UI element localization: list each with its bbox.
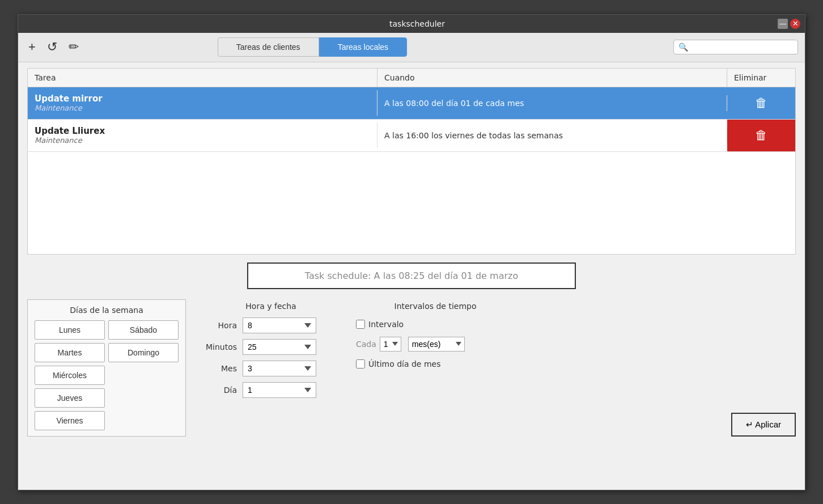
days-panel-title: Días de la semana <box>35 306 179 315</box>
ultimo-dia-checkbox-label[interactable]: Último día de mes <box>356 359 440 369</box>
task-category: Maintenance <box>35 104 370 112</box>
tab-group: Tareas de clientes Tareas locales <box>218 37 407 57</box>
hora-select[interactable]: 8 <box>243 317 316 333</box>
task-when: A las 16:00 los viernes de todas las sem… <box>384 131 563 140</box>
delete-button-row2[interactable]: 🗑 <box>727 120 795 151</box>
task-cell-name: Update mirror Maintenance <box>28 90 377 116</box>
task-table-body: Update mirror Maintenance A las 08:00 de… <box>28 87 795 254</box>
day-sabado[interactable]: Sábado <box>108 320 179 340</box>
task-table: Tarea Cuando Eliminar Update mirror Main… <box>27 68 796 255</box>
empty-area <box>28 152 795 254</box>
task-category: Maintenance <box>35 136 370 145</box>
hora-fecha-panel: Hora y fecha Hora 8 Minutos 25 Mes <box>197 299 345 406</box>
table-row[interactable]: Update Lliurex Maintenance A las 16:00 l… <box>28 120 795 152</box>
minutos-label: Minutos <box>197 342 237 351</box>
ultimo-dia-row: Último día de mes <box>356 359 515 369</box>
ultimo-dia-checkbox[interactable] <box>356 359 365 369</box>
window-title: taskscheduler <box>57 19 778 28</box>
search-box: 🔍 <box>673 40 798 54</box>
undo-button[interactable]: ↺ <box>44 39 61 56</box>
day-miercoles[interactable]: Miércoles <box>35 366 105 385</box>
minimize-button[interactable]: — <box>778 19 788 29</box>
hora-field-row: Hora 8 <box>197 317 345 333</box>
mes-label: Mes <box>197 364 237 373</box>
task-cell-delete: 🗑 <box>727 87 795 119</box>
toolbar: + ↺ ✏ Tareas de clientes Tareas locales … <box>18 33 805 62</box>
col-delete: Eliminar <box>727 69 795 87</box>
titlebar: taskscheduler — ✕ <box>18 15 805 33</box>
task-cell-when: A las 08:00 del día 01 de cada mes <box>377 95 727 111</box>
minutos-select[interactable]: 25 <box>243 339 316 355</box>
intervals-panel: Intervalos de tiempo Intervalo Cada 1 me… <box>356 299 515 379</box>
minutos-field-row: Minutos 25 <box>197 339 345 355</box>
trash-icon: 🗑 <box>755 129 767 142</box>
bottom-panel: Días de la semana Lunes Sábado Martes Do… <box>27 299 796 437</box>
dia-select[interactable]: 1 <box>243 382 316 398</box>
task-name: Update Lliurex <box>35 126 370 136</box>
trash-icon: 🗑 <box>755 97 767 109</box>
mes-field-row: Mes 3 <box>197 361 345 376</box>
cada-value-select[interactable]: 1 <box>380 337 401 351</box>
days-grid: Lunes Sábado Martes Domingo Miércoles Ju… <box>35 320 179 430</box>
dia-label: Día <box>197 386 237 395</box>
apply-button[interactable]: ↵ Aplicar <box>731 413 796 437</box>
intervals-title: Intervalos de tiempo <box>356 302 515 311</box>
intervalo-checkbox-label[interactable]: Intervalo <box>356 320 404 329</box>
tab-local[interactable]: Tareas locales <box>319 37 408 57</box>
window-controls: — ✕ <box>778 19 800 29</box>
unit-select[interactable]: mes(es) semana(s) día(s) hora(s) <box>408 337 465 351</box>
intervalo-row: Intervalo <box>356 320 515 329</box>
day-viernes[interactable]: Viernes <box>35 411 105 430</box>
day-lunes[interactable]: Lunes <box>35 320 105 340</box>
intervalo-checkbox[interactable] <box>356 320 365 329</box>
day-domingo[interactable]: Domingo <box>108 343 179 362</box>
task-when: A las 08:00 del día 01 de cada mes <box>384 99 524 108</box>
close-button[interactable]: ✕ <box>790 19 800 29</box>
schedule-display-container: Task schedule: A las 08:25 del día 01 de… <box>27 255 796 297</box>
task-cell-name: Update Lliurex Maintenance <box>28 122 377 148</box>
days-panel: Días de la semana Lunes Sábado Martes Do… <box>27 299 186 437</box>
cada-row: Cada 1 mes(es) semana(s) día(s) hora(s) <box>356 337 515 351</box>
tab-clients[interactable]: Tareas de clientes <box>218 37 319 57</box>
task-cell-when: A las 16:00 los viernes de todas las sem… <box>377 128 727 143</box>
col-when: Cuando <box>377 69 727 87</box>
search-input[interactable] <box>688 43 793 52</box>
content-area: Tarea Cuando Eliminar Update mirror Main… <box>18 62 805 490</box>
add-button[interactable]: + <box>25 39 39 56</box>
settings-button[interactable]: ✏ <box>65 39 82 56</box>
hora-label: Hora <box>197 321 237 330</box>
main-window: taskscheduler — ✕ + ↺ ✏ Tareas de client… <box>18 14 805 490</box>
ultimo-dia-label: Último día de mes <box>368 359 440 369</box>
apply-btn-area: ↵ Aplicar <box>526 413 796 437</box>
hora-fecha-title: Hora y fecha <box>197 302 345 311</box>
dia-field-row: Día 1 <box>197 382 345 398</box>
mes-select[interactable]: 3 <box>243 361 316 376</box>
delete-button-row1[interactable]: 🗑 <box>727 87 795 119</box>
task-name: Update mirror <box>35 94 370 104</box>
col-task: Tarea <box>28 69 377 87</box>
day-jueves[interactable]: Jueves <box>35 388 105 408</box>
task-cell-delete: 🗑 <box>727 120 795 151</box>
table-header: Tarea Cuando Eliminar <box>28 69 795 87</box>
schedule-display: Task schedule: A las 08:25 del día 01 de… <box>247 262 576 289</box>
intervalo-label: Intervalo <box>368 320 404 329</box>
table-row[interactable]: Update mirror Maintenance A las 08:00 de… <box>28 87 795 120</box>
cada-label: Cada <box>356 340 376 349</box>
day-martes[interactable]: Martes <box>35 343 105 362</box>
search-icon: 🔍 <box>678 43 688 52</box>
